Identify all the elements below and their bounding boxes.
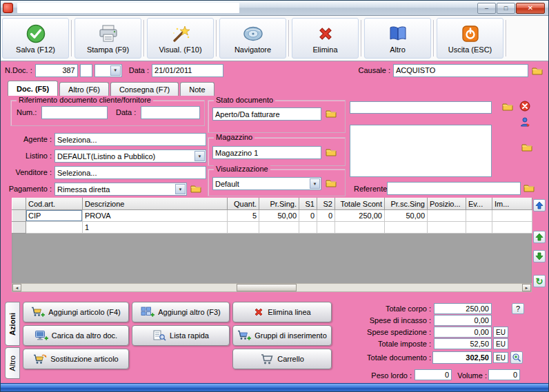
grid-cell[interactable]: 250,00	[335, 210, 385, 222]
tab-doc-f5[interactable]: Doc. (F5)	[8, 81, 58, 96]
address-folder-icon[interactable]	[521, 143, 532, 152]
scrollbar-track[interactable]	[21, 284, 522, 291]
add-article-button[interactable]: Aggiungi articolo (F4)	[23, 302, 129, 322]
minimize-button[interactable]: –	[477, 3, 496, 14]
totale-documento-input[interactable]	[432, 351, 492, 364]
grid-column-header[interactable]: Totale Scont	[335, 198, 385, 210]
rif-num-input[interactable]	[41, 106, 108, 119]
grid-cell[interactable]	[317, 222, 335, 234]
grid-cell[interactable]	[466, 210, 492, 222]
grid-cell[interactable]: 5	[228, 210, 259, 222]
scroll-right-icon[interactable]: ►	[522, 284, 531, 291]
save-button[interactable]: Salva (F12)	[2, 18, 69, 59]
tab-note[interactable]: Note	[180, 82, 214, 96]
pagamento-folder-icon[interactable]	[190, 184, 201, 193]
quick-list-button[interactable]: Lista rapida	[132, 325, 230, 346]
grid-cell[interactable]	[26, 222, 83, 234]
grid-cell[interactable]: 0	[299, 210, 317, 222]
grid-cell[interactable]	[259, 222, 299, 234]
add-other-button[interactable]: Aggiungi altro (F3)	[132, 302, 230, 322]
help-button[interactable]: ?	[512, 303, 524, 314]
grid-cell[interactable]: PROVA	[83, 210, 228, 222]
customer-clear-icon[interactable]	[519, 101, 530, 112]
scroll-left-icon[interactable]: ◄	[12, 284, 21, 291]
grid-column-header[interactable]: S2	[317, 198, 335, 210]
totale-corpo-input[interactable]	[434, 303, 492, 314]
venditore-input[interactable]	[54, 166, 206, 179]
grid-cell[interactable]: 0	[317, 210, 335, 222]
grid-column-header[interactable]: Quant.	[228, 198, 259, 210]
referente-input[interactable]	[387, 182, 521, 195]
spese-incasso-input[interactable]	[434, 315, 492, 326]
visualizzazione-folder-icon[interactable]	[326, 178, 337, 187]
row-selector-cell[interactable]	[12, 222, 26, 234]
grid-column-header[interactable]: Cod.art.	[26, 198, 83, 210]
chevron-down-icon[interactable]: ▼	[175, 184, 186, 194]
grid-cell[interactable]	[428, 222, 466, 234]
customer-folder-icon[interactable]	[502, 102, 513, 111]
spese-spedizione-input[interactable]	[434, 327, 492, 338]
visualizzazione-select[interactable]: Default ▼	[212, 177, 321, 190]
side-tab-azioni[interactable]: Azioni	[5, 302, 20, 346]
grid-cell[interactable]	[335, 222, 385, 234]
load-from-doc-button[interactable]: Carica da altro doc.	[23, 325, 129, 346]
tab-altro-f6[interactable]: Altro (F6)	[59, 82, 109, 96]
pagamento-select[interactable]: Rimessa diretta ▼	[54, 183, 187, 196]
chevron-down-icon[interactable]: ▼	[110, 65, 121, 76]
grid-cell[interactable]	[228, 222, 259, 234]
exit-button[interactable]: Uscita (ESC)	[437, 18, 503, 59]
move-row-up-button[interactable]	[533, 231, 546, 243]
grid-cell[interactable]: CIP	[26, 210, 83, 222]
grid-column-header[interactable]: Descrizione	[83, 198, 228, 210]
volume-input[interactable]	[488, 369, 520, 380]
grid-column-header[interactable]: Pr.sc.Sing	[385, 198, 428, 210]
grid-cell[interactable]	[299, 222, 317, 234]
delete-button[interactable]: Elimina	[292, 18, 359, 59]
grid-cell[interactable]	[492, 222, 532, 234]
grid-cell[interactable]	[385, 222, 428, 234]
rif-data-input[interactable]	[141, 106, 200, 119]
scrollbar-thumb[interactable]	[237, 284, 297, 291]
causale-folder-icon[interactable]	[532, 66, 543, 75]
grid-cell[interactable]	[466, 222, 492, 234]
tab-consegna-f7[interactable]: Consegna (F7)	[110, 82, 179, 96]
stato-folder-icon[interactable]	[326, 109, 337, 118]
ndoc-input[interactable]	[35, 64, 78, 77]
grid-cell[interactable]	[428, 210, 466, 222]
peso-lordo-input[interactable]	[415, 369, 452, 380]
grid-column-header[interactable]: Posizio...	[428, 198, 466, 210]
chevron-down-icon[interactable]: ▼	[194, 151, 205, 161]
contact-person-icon[interactable]	[519, 116, 530, 127]
grid-column-header[interactable]: Pr.Sing.	[259, 198, 299, 210]
magazzino-input[interactable]	[212, 146, 321, 159]
totale-imposte-input[interactable]	[434, 338, 492, 349]
customer-address-box[interactable]	[350, 125, 492, 177]
listino-select[interactable]: DEFAULT(Listino a Pubblico) ▼	[54, 149, 206, 163]
grid-cell[interactable]: 50,00	[385, 210, 428, 222]
row-selector-cell[interactable]	[12, 210, 26, 222]
other-button[interactable]: Altro	[364, 18, 431, 59]
close-button[interactable]: ✕	[516, 3, 545, 14]
grid-cell[interactable]: 50,00	[259, 210, 299, 222]
ndoc-type-select[interactable]: ▼	[94, 64, 122, 77]
grid-column-header[interactable]: Im...	[492, 198, 532, 210]
preview-button[interactable]: Visual. (F10)	[147, 18, 214, 59]
magazzino-folder-icon[interactable]	[326, 147, 337, 156]
chevron-down-icon[interactable]: ▼	[310, 178, 320, 189]
navigator-button[interactable]: Navigatore	[219, 18, 286, 59]
refresh-button[interactable]: ↻	[533, 275, 546, 287]
side-tab-altro[interactable]: Altro	[5, 347, 20, 379]
agente-input[interactable]	[54, 133, 206, 146]
grid-cell[interactable]	[492, 210, 532, 222]
grid-column-header[interactable]	[12, 198, 26, 210]
ndoc-serie-input[interactable]	[80, 64, 92, 77]
date-input[interactable]	[152, 64, 223, 77]
grid-column-header[interactable]: Ev...	[466, 198, 492, 210]
referente-folder-icon[interactable]	[523, 183, 535, 192]
move-row-down-button[interactable]	[533, 250, 546, 262]
print-button[interactable]: Stampa (F9)	[74, 18, 141, 59]
customer-name-box[interactable]	[350, 101, 492, 114]
grid-horizontal-scrollbar[interactable]: ◄ ►	[12, 283, 532, 292]
grid-cell[interactable]: 1	[83, 222, 228, 234]
causale-input[interactable]	[393, 64, 528, 77]
